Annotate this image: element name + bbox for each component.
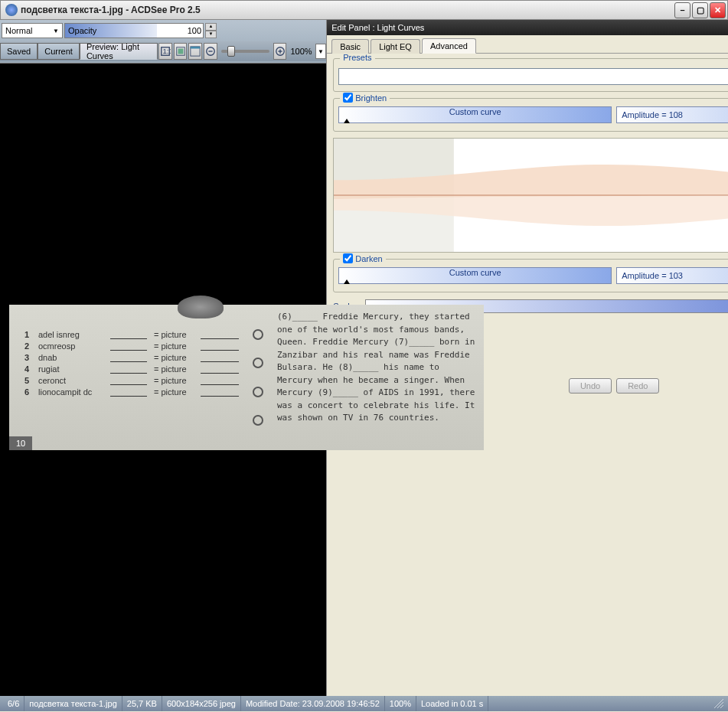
opacity-spinner[interactable]: ▲▼	[205, 23, 217, 38]
fit-window-icon[interactable]	[188, 43, 202, 60]
status-file: подсветка текста-1.jpg	[24, 696, 122, 711]
zoom-in-icon[interactable]	[273, 43, 287, 60]
app-icon	[5, 4, 18, 16]
resize-grip-icon[interactable]	[713, 697, 725, 710]
brighten-curve-button[interactable]: Custom curve	[338, 106, 612, 123]
doc-line: 5ceronct= picture	[24, 376, 239, 385]
opacity-label: Opacity	[65, 26, 157, 35]
opacity-value[interactable]	[157, 24, 203, 38]
brighten-legend: Brighten	[355, 93, 387, 103]
status-modified: Modified Date: 23.09.2008 19:46:52	[241, 696, 385, 711]
redo-button[interactable]: Redo	[616, 378, 659, 394]
edit-panel-header[interactable]: Edit Panel : Light Curves ▾ ▮	[327, 20, 728, 35]
actual-size-icon[interactable]: 1:1	[158, 43, 172, 60]
status-dims: 600x184x256 jpeg	[162, 696, 241, 711]
opacity-slider[interactable]: Opacity	[64, 23, 204, 38]
zoom-dropdown[interactable]: ▼	[315, 44, 327, 59]
fit-image-icon[interactable]	[174, 43, 188, 60]
tab-basic[interactable]: Basic	[331, 39, 369, 54]
doc-line: 1adel isnreg= picture	[24, 330, 239, 339]
titlebar[interactable]: подсветка текста-1.jpg - ACDSee Pro 2.5 …	[0, 0, 728, 20]
tone-curve-graph[interactable]	[333, 138, 728, 253]
tab-lighteq[interactable]: Light EQ	[371, 39, 420, 54]
presets-group: Presets ▼	[333, 58, 728, 92]
zoom-slider[interactable]	[221, 50, 269, 53]
document-paragraph: (6)_____ Freddie Mercury, they started o…	[269, 305, 484, 450]
brighten-checkbox[interactable]	[343, 93, 353, 103]
doc-line: 4rugiat= picture	[24, 364, 239, 374]
darken-legend: Darken	[355, 254, 382, 263]
darken-amplitude-button[interactable]: Amplitude = 103	[616, 267, 728, 284]
undo-button[interactable]: Undo	[569, 378, 612, 394]
darken-checkbox[interactable]	[343, 253, 353, 263]
tab-current[interactable]: Current	[38, 43, 80, 60]
zoom-label: 100%	[287, 47, 315, 56]
presets-legend: Presets	[340, 54, 374, 62]
doc-line: 3dnab= picture	[24, 353, 239, 362]
darken-group: Darken Custom curve Amplitude = 103	[333, 259, 728, 292]
doc-line: 6lionocampit dc= picture	[24, 387, 239, 397]
chevron-down-icon: ▼	[53, 28, 59, 34]
svg-rect-3	[178, 49, 183, 54]
statusbar: 6/6 подсветка текста-1.jpg 25,7 KB 600x1…	[0, 696, 728, 711]
minimize-button[interactable]: –	[674, 2, 690, 18]
page-number: 10	[9, 436, 32, 450]
svg-rect-5	[191, 47, 200, 49]
zoom-out-icon[interactable]	[204, 43, 217, 60]
blend-mode-value: Normal	[5, 26, 32, 35]
blend-mode-combo[interactable]: Normal ▼	[2, 23, 63, 38]
panel-title: Edit Panel : Light Curves	[331, 23, 424, 32]
image-viewer[interactable]: 1adel isnreg= picture2ocmreosp= picture3…	[0, 64, 326, 696]
status-zoom: 100%	[385, 696, 416, 711]
presets-combo[interactable]: ▼	[338, 68, 728, 85]
window-title: подсветка текста-1.jpg - ACDSee Pro 2.5	[21, 5, 674, 15]
brighten-group: Brighten Custom curve Amplitude = 108	[333, 98, 728, 132]
status-loaded: Loaded in 0.01 s	[416, 696, 488, 711]
status-index: 6/6	[3, 696, 24, 711]
status-size: 25,7 KB	[122, 696, 162, 711]
tab-advanced[interactable]: Advanced	[422, 38, 476, 54]
brighten-amplitude-button[interactable]: Amplitude = 108	[616, 106, 728, 123]
document-image: 1adel isnreg= picture2ocmreosp= picture3…	[9, 305, 484, 450]
maximize-button[interactable]: ▢	[692, 2, 708, 18]
darken-curve-button[interactable]: Custom curve	[338, 267, 612, 284]
tab-saved[interactable]: Saved	[0, 43, 38, 60]
chevron-down-icon: ▼	[318, 48, 324, 55]
tab-preview[interactable]: Preview: Light Curves	[80, 43, 158, 60]
doc-line: 2ocmreosp= picture	[24, 341, 239, 351]
close-button[interactable]: ✕	[710, 2, 726, 18]
svg-text:1:1: 1:1	[162, 47, 171, 55]
